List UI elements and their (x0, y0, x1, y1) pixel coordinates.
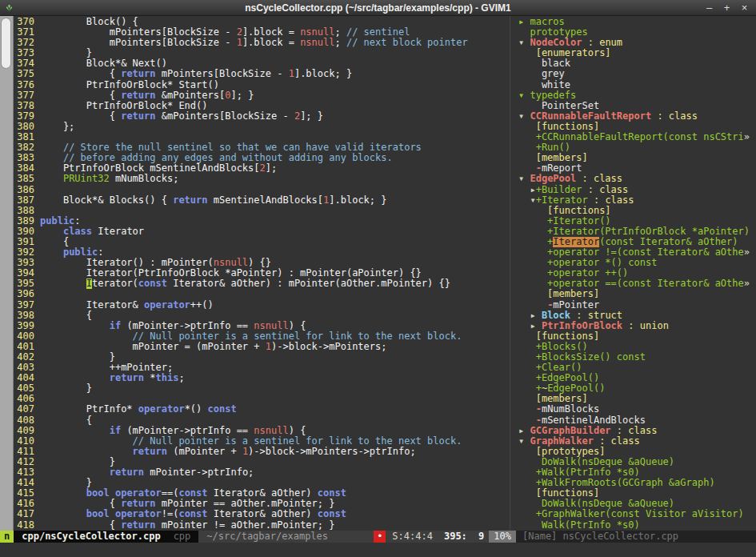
tagbar-row[interactable]: +Clear() (518, 363, 756, 373)
code-line[interactable]: 374 Block*& Next() (17, 58, 510, 69)
code-line[interactable]: 373 } (17, 48, 510, 58)
buffer-name[interactable]: cpp (174, 531, 191, 543)
code-line[interactable]: 413 return mPointer->ptrInfo; (17, 467, 510, 478)
tagbar-row[interactable]: ▾+Iterator : class (518, 195, 756, 206)
tagbar-row[interactable]: [members] (518, 394, 756, 404)
maximize-button[interactable]: + (721, 1, 733, 15)
tagbar-row[interactable]: white (518, 80, 756, 90)
tagbar-row[interactable]: DoWalk(nsDeque &aQueue) (518, 499, 756, 509)
code-line[interactable]: 404 return *this; (17, 373, 510, 383)
code-line[interactable]: 409 if (mPointer->ptrInfo == nsnull) { (17, 426, 510, 436)
tagbar-row[interactable]: +Iterator(PtrInfoOrBlock *aPointer) (518, 226, 756, 237)
minimize-button[interactable]: – (703, 1, 715, 15)
code-line[interactable]: 410 // Null pointer is a sentinel for li… (17, 436, 510, 447)
code-line[interactable]: 379 { return &mPointers[BlockSize - 2]; … (17, 111, 510, 122)
tagbar-row[interactable]: +operator *() const (518, 258, 756, 268)
tagbar-row[interactable]: PointerSet (518, 101, 756, 111)
tagbar-row[interactable]: [members] (518, 153, 756, 163)
tagbar-row[interactable]: [functions] (518, 122, 756, 132)
tagbar-row[interactable]: +Walk(PtrInfo *s0) (518, 467, 756, 478)
code-line[interactable]: 414 } (17, 478, 510, 488)
tagbar-row[interactable]: +GraphWalker(const Visitor aVisitor) (518, 509, 756, 519)
code-line[interactable]: 377 { return &mPointers[0]; } (17, 90, 510, 101)
code-line[interactable]: 401 mPointer = (mPointer + 1)->block->mP… (17, 342, 510, 352)
code-line[interactable]: 403 ++mPointer; (17, 363, 510, 373)
code-line[interactable]: 391 { (17, 237, 510, 247)
code-line[interactable]: 416 { return mPointer == aOther.mPointer… (17, 499, 510, 509)
code-line[interactable]: 376 PtrInfoOrBlock* Start() (17, 80, 510, 90)
code-line[interactable]: 399 if (mPointer->ptrInfo == nsnull) { (17, 321, 510, 331)
code-line[interactable]: 393 Iterator() : mPointer(nsnull) {} (17, 258, 510, 268)
code-line[interactable]: 387 Block*& Blocks() { return mSentinelA… (17, 195, 510, 206)
code-line[interactable]: 405 } (17, 383, 510, 394)
tagbar-row[interactable]: +Iterator() (518, 216, 756, 226)
tagbar-row[interactable]: [functions] (518, 206, 756, 216)
left-scrollbar[interactable] (0, 16, 14, 531)
tagbar-panel[interactable]: ▸ macros prototypes▾ NodeColor : enum [e… (517, 16, 756, 531)
tagbar-row[interactable]: +operator ==(const Iterator& aOthe» (518, 278, 756, 289)
code-line[interactable]: 417 bool operator!=(const Iterator& aOth… (17, 509, 510, 519)
tagbar-row[interactable]: ▾ GraphWalker : class (518, 436, 756, 447)
tagbar-row[interactable]: prototypes (518, 27, 756, 38)
tagbar-row[interactable]: +Iterator(const Iterator& aOther) (518, 237, 756, 247)
tagbar-row[interactable]: -mPointer (518, 300, 756, 311)
code-area[interactable]: 370 Block() {371 mPointers[BlockSize - 2… (14, 16, 510, 531)
tagbar-row[interactable]: +EdgePool() (518, 373, 756, 383)
code-line[interactable]: 375 { return mPointers[BlockSize - 1].bl… (17, 69, 510, 79)
tagbar-row[interactable]: ▾ typedefs (518, 90, 756, 101)
code-line[interactable]: 400 // Null pointer is a sentinel for li… (17, 331, 510, 342)
tagbar-row[interactable]: [members] (518, 289, 756, 299)
code-line[interactable]: 378 PtrInfoOrBlock* End() (17, 101, 510, 111)
tagbar-row[interactable]: +WalkFromRoots(GCGraph &aGraph) (518, 478, 756, 488)
code-line[interactable]: 394 Iterator(PtrInfoOrBlock *aPointer) :… (17, 268, 510, 278)
code-line[interactable]: 381 (17, 132, 510, 142)
code-line[interactable]: 418 { return mPointer != aOther.mPointer… (17, 520, 510, 531)
tagbar-row[interactable]: +operator !=(const Iterator& aOthe» (518, 247, 756, 258)
tagbar-row[interactable]: [functions] (518, 331, 756, 342)
tagbar-row[interactable]: [prototypes] (518, 447, 756, 457)
code-line[interactable]: 388 (17, 206, 510, 216)
active-file-name[interactable]: cpp/nsCycleCollector.cpp (22, 531, 160, 543)
code-line[interactable]: 380 }; (17, 122, 510, 132)
tagbar-row[interactable]: ▸+Builder : class (518, 185, 756, 195)
tagbar-row[interactable]: black (518, 58, 756, 69)
tagbar-row[interactable]: -mSentinelAndBlocks (518, 415, 756, 426)
code-line[interactable]: 383 // before adding any edges and witho… (17, 153, 510, 163)
tagbar-row[interactable]: DoWalk(nsDeque &aQueue) (518, 457, 756, 467)
code-line[interactable]: 372 mPointers[BlockSize - 1].block = nsn… (17, 38, 510, 48)
code-line[interactable]: 382 // Store the null sentinel so that w… (17, 142, 510, 153)
code-line[interactable]: 406 (17, 394, 510, 404)
code-line[interactable]: 396 (17, 289, 510, 299)
code-line[interactable]: 397 Iterator& operator++() (17, 300, 510, 311)
tagbar-row[interactable]: -mNumBlocks (518, 404, 756, 415)
code-line[interactable]: 411 return (mPointer + 1)->block->mPoint… (17, 447, 510, 457)
tagbar-row[interactable]: grey (518, 69, 756, 79)
scrollbar-thumb[interactable] (1, 18, 11, 69)
tagbar-row[interactable]: +CCRunnableFaultReport(const nsCStri» (518, 132, 756, 142)
tagbar-row[interactable]: ▾ EdgePool : class (518, 174, 756, 184)
code-line[interactable]: 390 class Iterator (17, 226, 510, 237)
tagbar-row[interactable]: +operator ++() (518, 268, 756, 278)
code-line[interactable]: 370 Block() { (17, 17, 510, 27)
tagbar-row[interactable]: ▾ NodeColor : enum (518, 38, 756, 48)
tagbar-row[interactable]: ▾ CCRunnableFaultReport : class (518, 111, 756, 122)
code-line[interactable]: 371 mPointers[BlockSize - 2].block = nsn… (17, 27, 510, 38)
code-line[interactable]: 398 { (17, 311, 510, 321)
tagbar-row[interactable]: ▸ PtrInfoOrBlock : union (518, 321, 756, 331)
tagbar-row[interactable]: -mReport (518, 163, 756, 174)
tagbar-row[interactable]: Walk(PtrInfo *s0) (518, 520, 756, 531)
tagbar-row[interactable]: [enumerators] (518, 48, 756, 58)
tagbar-row[interactable]: +Run() (518, 142, 756, 153)
code-line[interactable]: 389public: (17, 216, 510, 226)
code-line[interactable]: 384 PtrInfoOrBlock mSentinelAndBlocks[2]… (17, 163, 510, 174)
tagbar-row[interactable]: ▸ macros (518, 17, 756, 27)
code-line[interactable]: 392 public: (17, 247, 510, 258)
command-line[interactable] (0, 543, 756, 557)
code-line[interactable]: 412 } (17, 457, 510, 467)
code-line[interactable]: 395 Iterator(const Iterator& aOther) : m… (17, 278, 510, 289)
code-line[interactable]: 402 } (17, 352, 510, 363)
tagbar-row[interactable]: [functions] (518, 488, 756, 499)
code-line[interactable]: 415 bool operator==(const Iterator& aOth… (17, 488, 510, 499)
code-line[interactable]: 386 (17, 185, 510, 195)
code-line[interactable]: 385 PRUint32 mNumBlocks; (17, 174, 510, 184)
